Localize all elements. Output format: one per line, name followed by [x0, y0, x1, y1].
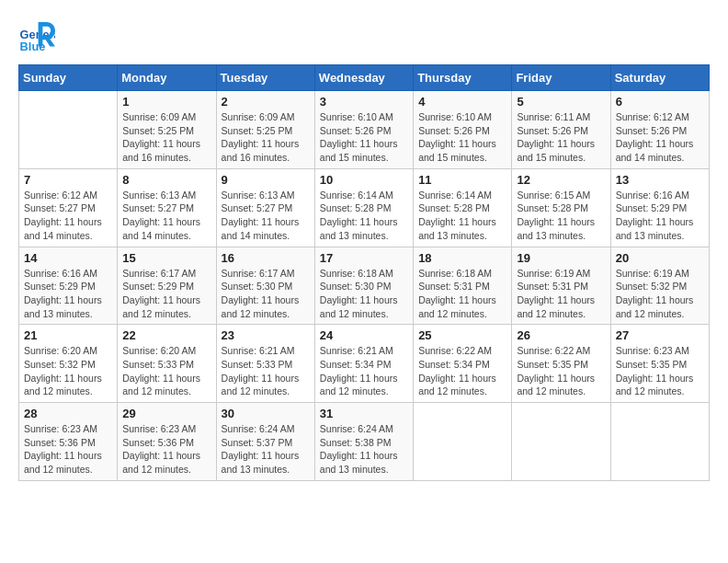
calendar-cell: 28Sunrise: 6:23 AMSunset: 5:36 PMDayligh…	[19, 403, 118, 481]
cell-info: Sunrise: 6:14 AMSunset: 5:28 PMDaylight:…	[418, 189, 506, 243]
day-number: 30	[222, 407, 310, 420]
calendar-cell: 19Sunrise: 6:19 AMSunset: 5:31 PMDayligh…	[512, 247, 610, 325]
day-number: 14	[24, 251, 112, 265]
calendar-cell: 17Sunrise: 6:18 AMSunset: 5:30 PMDayligh…	[314, 247, 413, 325]
cell-info: Sunrise: 6:09 AMSunset: 5:25 PMDaylight:…	[222, 110, 310, 165]
page-header: General Blue	[18, 18, 710, 55]
calendar-body: 1Sunrise: 6:09 AMSunset: 5:25 PMDaylight…	[19, 91, 710, 481]
day-number: 21	[24, 328, 112, 342]
cell-info: Sunrise: 6:13 AMSunset: 5:27 PMDaylight:…	[122, 189, 210, 243]
cell-info: Sunrise: 6:21 AMSunset: 5:33 PMDaylight:…	[222, 344, 310, 398]
day-number: 1	[122, 95, 210, 109]
calendar-cell	[19, 91, 118, 169]
cell-info: Sunrise: 6:20 AMSunset: 5:32 PMDaylight:…	[24, 344, 112, 398]
calendar-cell: 22Sunrise: 6:20 AMSunset: 5:33 PMDayligh…	[118, 325, 216, 403]
calendar-week-1: 1Sunrise: 6:09 AMSunset: 5:25 PMDaylight…	[19, 91, 710, 169]
calendar-cell: 5Sunrise: 6:11 AMSunset: 5:26 PMDaylight…	[512, 91, 610, 169]
cell-info: Sunrise: 6:12 AMSunset: 5:26 PMDaylight:…	[616, 110, 704, 165]
day-number: 2	[222, 95, 310, 109]
logo-icon: General Blue	[18, 18, 55, 55]
calendar-cell: 8Sunrise: 6:13 AMSunset: 5:27 PMDaylight…	[118, 168, 216, 247]
day-number: 15	[122, 251, 210, 265]
cell-info: Sunrise: 6:10 AMSunset: 5:26 PMDaylight:…	[418, 110, 506, 165]
calendar-cell	[414, 403, 512, 481]
day-number: 26	[517, 328, 605, 342]
calendar-cell: 24Sunrise: 6:21 AMSunset: 5:34 PMDayligh…	[314, 325, 413, 403]
cell-info: Sunrise: 6:23 AMSunset: 5:36 PMDaylight:…	[24, 422, 112, 477]
cell-info: Sunrise: 6:23 AMSunset: 5:36 PMDaylight:…	[122, 422, 210, 477]
day-number: 12	[517, 173, 605, 187]
calendar-cell: 13Sunrise: 6:16 AMSunset: 5:29 PMDayligh…	[610, 168, 709, 247]
cell-info: Sunrise: 6:14 AMSunset: 5:28 PMDaylight:…	[320, 189, 408, 243]
cell-info: Sunrise: 6:09 AMSunset: 5:25 PMDaylight:…	[122, 110, 210, 165]
cell-info: Sunrise: 6:15 AMSunset: 5:28 PMDaylight:…	[517, 189, 605, 243]
day-number: 7	[24, 173, 112, 187]
calendar-week-3: 14Sunrise: 6:16 AMSunset: 5:29 PMDayligh…	[19, 247, 710, 325]
calendar-cell: 10Sunrise: 6:14 AMSunset: 5:28 PMDayligh…	[314, 168, 413, 247]
calendar-cell: 31Sunrise: 6:24 AMSunset: 5:38 PMDayligh…	[314, 403, 413, 481]
calendar-cell: 4Sunrise: 6:10 AMSunset: 5:26 PMDaylight…	[414, 91, 512, 169]
day-number: 16	[222, 251, 310, 265]
calendar-cell: 16Sunrise: 6:17 AMSunset: 5:30 PMDayligh…	[216, 247, 314, 325]
cell-info: Sunrise: 6:20 AMSunset: 5:33 PMDaylight:…	[122, 344, 210, 398]
calendar-cell: 11Sunrise: 6:14 AMSunset: 5:28 PMDayligh…	[414, 168, 512, 247]
day-number: 27	[616, 328, 704, 342]
calendar-week-5: 28Sunrise: 6:23 AMSunset: 5:36 PMDayligh…	[19, 403, 710, 481]
cell-info: Sunrise: 6:19 AMSunset: 5:31 PMDaylight:…	[517, 267, 605, 321]
day-number: 19	[517, 251, 605, 265]
calendar-week-2: 7Sunrise: 6:12 AMSunset: 5:27 PMDaylight…	[19, 168, 710, 247]
calendar-cell: 30Sunrise: 6:24 AMSunset: 5:37 PMDayligh…	[216, 403, 314, 481]
cell-info: Sunrise: 6:18 AMSunset: 5:30 PMDaylight:…	[320, 267, 408, 321]
day-number: 24	[320, 328, 408, 342]
day-number: 23	[222, 328, 310, 342]
cell-info: Sunrise: 6:24 AMSunset: 5:37 PMDaylight:…	[222, 422, 310, 477]
day-number: 25	[418, 328, 506, 342]
cell-info: Sunrise: 6:21 AMSunset: 5:34 PMDaylight:…	[320, 344, 408, 398]
day-header-tuesday: Tuesday	[216, 65, 314, 91]
cell-info: Sunrise: 6:22 AMSunset: 5:35 PMDaylight:…	[517, 344, 605, 398]
day-number: 22	[122, 328, 210, 342]
day-header-friday: Friday	[512, 65, 610, 91]
calendar-cell: 25Sunrise: 6:22 AMSunset: 5:34 PMDayligh…	[414, 325, 512, 403]
calendar-cell: 2Sunrise: 6:09 AMSunset: 5:25 PMDaylight…	[216, 91, 314, 169]
cell-info: Sunrise: 6:23 AMSunset: 5:35 PMDaylight:…	[616, 344, 704, 398]
calendar-cell: 15Sunrise: 6:17 AMSunset: 5:29 PMDayligh…	[118, 247, 216, 325]
day-number: 13	[616, 173, 704, 187]
logo: General Blue	[18, 18, 59, 55]
cell-info: Sunrise: 6:18 AMSunset: 5:31 PMDaylight:…	[418, 267, 506, 321]
cell-info: Sunrise: 6:16 AMSunset: 5:29 PMDaylight:…	[616, 189, 704, 243]
cell-info: Sunrise: 6:24 AMSunset: 5:38 PMDaylight:…	[320, 422, 408, 477]
day-header-sunday: Sunday	[19, 65, 118, 91]
day-header-thursday: Thursday	[414, 65, 512, 91]
cell-info: Sunrise: 6:22 AMSunset: 5:34 PMDaylight:…	[418, 344, 506, 398]
calendar-cell: 12Sunrise: 6:15 AMSunset: 5:28 PMDayligh…	[512, 168, 610, 247]
calendar-cell: 18Sunrise: 6:18 AMSunset: 5:31 PMDayligh…	[414, 247, 512, 325]
day-number: 6	[616, 95, 704, 109]
calendar-cell: 20Sunrise: 6:19 AMSunset: 5:32 PMDayligh…	[610, 247, 709, 325]
calendar-cell: 9Sunrise: 6:13 AMSunset: 5:27 PMDaylight…	[216, 168, 314, 247]
day-number: 10	[320, 173, 408, 187]
calendar-cell: 14Sunrise: 6:16 AMSunset: 5:29 PMDayligh…	[19, 247, 118, 325]
calendar-week-4: 21Sunrise: 6:20 AMSunset: 5:32 PMDayligh…	[19, 325, 710, 403]
day-number: 29	[122, 407, 210, 420]
calendar-cell: 29Sunrise: 6:23 AMSunset: 5:36 PMDayligh…	[118, 403, 216, 481]
calendar-header-row: SundayMondayTuesdayWednesdayThursdayFrid…	[19, 65, 710, 91]
calendar-cell: 1Sunrise: 6:09 AMSunset: 5:25 PMDaylight…	[118, 91, 216, 169]
calendar-cell	[610, 403, 709, 481]
calendar-cell: 27Sunrise: 6:23 AMSunset: 5:35 PMDayligh…	[610, 325, 709, 403]
calendar-cell: 23Sunrise: 6:21 AMSunset: 5:33 PMDayligh…	[216, 325, 314, 403]
day-header-saturday: Saturday	[610, 65, 709, 91]
cell-info: Sunrise: 6:11 AMSunset: 5:26 PMDaylight:…	[517, 110, 605, 165]
calendar-cell	[512, 403, 610, 481]
day-number: 31	[320, 407, 408, 420]
day-number: 3	[320, 95, 408, 109]
day-header-monday: Monday	[118, 65, 216, 91]
calendar-cell: 3Sunrise: 6:10 AMSunset: 5:26 PMDaylight…	[314, 91, 413, 169]
cell-info: Sunrise: 6:17 AMSunset: 5:30 PMDaylight:…	[222, 267, 310, 321]
calendar-cell: 21Sunrise: 6:20 AMSunset: 5:32 PMDayligh…	[19, 325, 118, 403]
cell-info: Sunrise: 6:10 AMSunset: 5:26 PMDaylight:…	[320, 110, 408, 165]
cell-info: Sunrise: 6:16 AMSunset: 5:29 PMDaylight:…	[24, 267, 112, 321]
day-number: 20	[616, 251, 704, 265]
day-number: 9	[222, 173, 310, 187]
day-number: 5	[517, 95, 605, 109]
